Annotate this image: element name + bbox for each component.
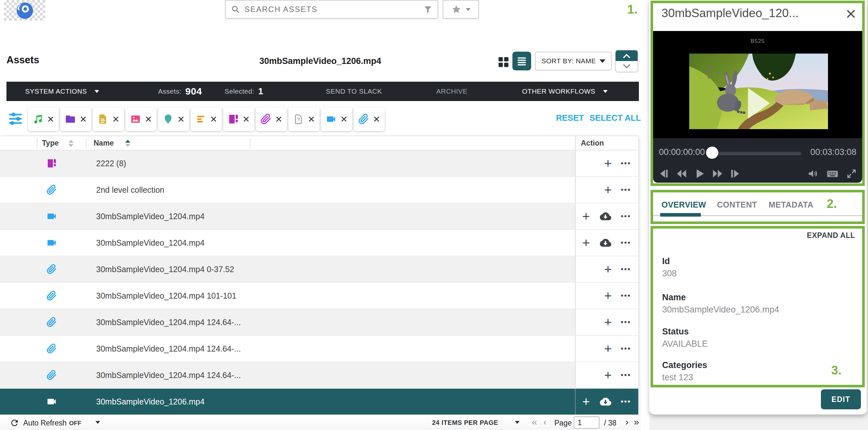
table-row[interactable]: 30mbSampleVideo_1204.mp4 0-37.52 + ••• xyxy=(0,256,638,283)
type-sort-icon[interactable] xyxy=(68,140,73,147)
refresh-icon[interactable] xyxy=(10,418,19,428)
more-actions-button[interactable]: ••• xyxy=(621,344,631,353)
table-row[interactable]: 30mbSampleVideo_1204.mp4 101-101 + ••• xyxy=(0,283,638,309)
remove-filter-icon[interactable] xyxy=(145,115,152,123)
remove-filter-icon[interactable] xyxy=(210,115,217,123)
system-actions-menu[interactable]: SYSTEM ACTIONS xyxy=(25,82,99,101)
keyboard-shortcuts-icon[interactable] xyxy=(826,168,839,180)
asset-name[interactable]: 30mbSampleVideo_1206.mp4 xyxy=(96,389,205,414)
archive-button[interactable]: ARCHIVE xyxy=(436,82,468,101)
add-to-collection-button[interactable]: + xyxy=(583,395,590,408)
rewind-icon[interactable] xyxy=(675,168,688,180)
remove-filter-icon[interactable] xyxy=(242,115,250,123)
column-divider[interactable] xyxy=(86,139,87,148)
add-to-collection-button[interactable]: + xyxy=(604,183,612,196)
add-to-collection-button[interactable]: + xyxy=(604,369,612,381)
asset-name[interactable]: 30mbSampleVideo_1204.mp4 124.64-... xyxy=(96,362,241,388)
more-actions-button[interactable]: ••• xyxy=(621,265,631,273)
items-per-page-dropdown[interactable]: 24 ITEMS PER PAGE xyxy=(432,419,498,426)
previous-frame-icon[interactable] xyxy=(658,168,670,180)
previous-page-button[interactable]: ‹ xyxy=(544,417,547,427)
more-actions-button[interactable]: ••• xyxy=(621,212,631,220)
sort-by-dropdown[interactable]: SORT BY: NAME xyxy=(535,52,612,70)
table-row[interactable]: 2nd level collection + ••• xyxy=(0,177,638,204)
video-player[interactable]: B525 xyxy=(653,31,862,138)
last-page-button[interactable]: » xyxy=(634,417,639,427)
send-to-slack-button[interactable]: SEND TO SLACK xyxy=(326,82,382,101)
remove-filter-icon[interactable] xyxy=(275,115,283,123)
grid-view-button[interactable] xyxy=(497,56,510,68)
remove-filter-icon[interactable] xyxy=(373,115,380,123)
tab-content[interactable]: CONTENT xyxy=(717,200,757,210)
remove-filter-icon[interactable] xyxy=(340,115,348,123)
table-row[interactable]: 30mbSampleVideo_1204.mp4 124.64-... + ••… xyxy=(0,362,638,389)
more-actions-button[interactable]: ••• xyxy=(621,291,631,300)
column-header-name[interactable]: Name xyxy=(94,139,114,148)
chevron-down-icon[interactable] xyxy=(95,421,100,424)
more-actions-button[interactable]: ••• xyxy=(621,159,631,167)
chevron-down-icon[interactable] xyxy=(515,421,520,424)
add-to-collection-button[interactable]: + xyxy=(583,210,590,223)
remove-filter-icon[interactable] xyxy=(112,115,120,123)
tab-overview[interactable]: OVERVIEW xyxy=(661,200,706,210)
table-row[interactable]: 30mbSampleVideo_1204.mp4 + ••• xyxy=(0,204,638,230)
edit-button[interactable]: EDIT xyxy=(821,389,861,409)
more-actions-button[interactable]: ••• xyxy=(621,239,631,247)
name-sort-icon[interactable] xyxy=(125,140,130,147)
first-page-button[interactable]: « xyxy=(532,417,537,427)
asset-name[interactable]: 2222 (8) xyxy=(96,150,126,176)
page-number-input[interactable] xyxy=(574,417,599,429)
add-to-collection-button[interactable]: + xyxy=(604,342,612,355)
column-divider[interactable] xyxy=(37,139,37,148)
saved-searches-button[interactable] xyxy=(443,0,479,19)
sort-descending-button[interactable] xyxy=(616,61,638,72)
fullscreen-icon[interactable] xyxy=(846,168,857,179)
more-actions-button[interactable]: ••• xyxy=(621,371,631,379)
remove-filter-icon[interactable] xyxy=(47,115,55,123)
asset-name[interactable]: 30mbSampleVideo_1204.mp4 124.64-... xyxy=(96,336,241,362)
other-workflows-menu[interactable]: OTHER WORKFLOWS xyxy=(522,82,608,101)
expand-all-button[interactable]: EXPAND ALL xyxy=(807,231,855,240)
column-divider[interactable] xyxy=(250,139,250,148)
list-view-button[interactable] xyxy=(513,52,531,70)
more-actions-button[interactable]: ••• xyxy=(621,186,631,194)
remove-filter-icon[interactable] xyxy=(177,115,185,123)
download-icon[interactable] xyxy=(599,238,612,248)
download-icon[interactable] xyxy=(599,396,612,407)
tab-metadata[interactable]: METADATA xyxy=(769,200,813,210)
download-icon[interactable] xyxy=(599,211,612,221)
fast-forward-icon[interactable] xyxy=(711,168,724,180)
reset-button[interactable]: RESET xyxy=(556,113,584,123)
table-row[interactable]: 30mbSampleVideo_1204.mp4 + ••• xyxy=(0,230,638,256)
table-row[interactable]: 30mbSampleVideo_1204.mp4 124.64-... + ••… xyxy=(0,336,638,362)
search-input[interactable] xyxy=(245,5,419,14)
volume-icon[interactable] xyxy=(807,168,819,180)
play-icon[interactable] xyxy=(694,168,705,180)
asset-name[interactable]: 30mbSampleVideo_1204.mp4 124.64-... xyxy=(96,309,241,335)
app-logo[interactable] xyxy=(4,0,45,21)
table-row[interactable]: 30mbSampleVideo_1204.mp4 124.64-... + ••… xyxy=(0,309,638,336)
add-to-collection-button[interactable]: + xyxy=(604,289,612,302)
filter-funnel-icon[interactable] xyxy=(423,5,432,14)
next-frame-icon[interactable] xyxy=(729,168,741,180)
sort-direction-toggle[interactable] xyxy=(615,50,638,72)
seek-handle[interactable] xyxy=(706,147,718,159)
play-overlay-icon[interactable] xyxy=(748,88,770,119)
asset-name[interactable]: 30mbSampleVideo_1204.mp4 101-101 xyxy=(96,283,237,309)
seek-bar[interactable] xyxy=(711,151,802,155)
column-header-type[interactable]: Type xyxy=(42,139,59,148)
table-row[interactable]: 2222 (8) + ••• xyxy=(0,150,638,177)
filter-settings-button[interactable] xyxy=(8,111,23,127)
select-all-button[interactable]: SELECT ALL xyxy=(590,113,641,123)
table-row-selected[interactable]: 30mbSampleVideo_1206.mp4 + ••• xyxy=(0,389,638,415)
more-actions-button[interactable]: ••• xyxy=(621,397,631,406)
remove-filter-icon[interactable] xyxy=(80,115,87,123)
add-to-collection-button[interactable]: + xyxy=(604,316,612,329)
next-page-button[interactable]: › xyxy=(625,417,628,427)
remove-filter-icon[interactable] xyxy=(308,115,315,123)
add-to-collection-button[interactable]: + xyxy=(604,263,612,276)
asset-name[interactable]: 30mbSampleVideo_1204.mp4 xyxy=(96,204,205,229)
close-icon[interactable] xyxy=(845,8,857,20)
asset-name[interactable]: 30mbSampleVideo_1204.mp4 0-37.52 xyxy=(96,256,234,282)
asset-name[interactable]: 2nd level collection xyxy=(96,177,164,203)
